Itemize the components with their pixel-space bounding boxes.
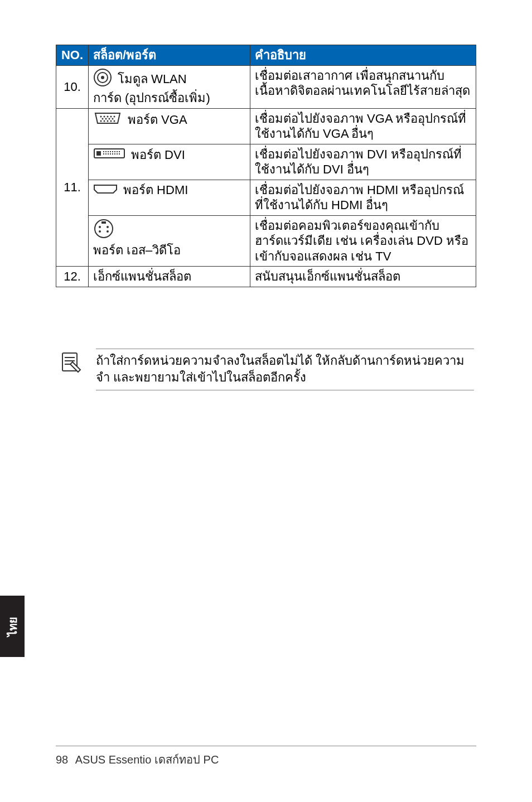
page-footer: 98 ASUS Essentio เดสก์ทอป PC bbox=[56, 746, 476, 769]
dvi-label: พอร์ต DVI bbox=[131, 147, 185, 163]
svg-rect-29 bbox=[108, 153, 109, 154]
table-row: พอร์ต เอส–วิดีโอ เชื่อมต่อคอมพิวเตอร์ของ… bbox=[56, 215, 476, 267]
svg-point-40 bbox=[107, 230, 109, 233]
svg-rect-36 bbox=[101, 221, 106, 224]
svg-point-15 bbox=[110, 120, 112, 122]
row-slot: พอร์ต VGA bbox=[89, 108, 250, 144]
row-slot: พอร์ต DVI bbox=[89, 144, 250, 180]
wlan-label-line1: โมดูล WLAN bbox=[118, 71, 187, 87]
table-row: 10. โมดูล WLAN การ์ด (อุปกรณ์ซื้อเพิ่ม) bbox=[56, 65, 476, 108]
page-number: 98 bbox=[56, 753, 68, 766]
wlan-antenna-icon bbox=[93, 68, 112, 91]
row-desc: เชื่อมต่อเสาอากาศ เพื่อสนุกสนานกับเนื้อห… bbox=[250, 65, 476, 108]
svg-rect-33 bbox=[117, 153, 118, 154]
svg-rect-30 bbox=[110, 153, 111, 154]
row-desc: สนับสนุนเอ็กซ์แพนชั่นสล็อต bbox=[250, 267, 476, 287]
dvi-port-icon bbox=[93, 147, 125, 164]
hdmi-port-icon bbox=[93, 182, 118, 198]
hdmi-label: พอร์ต HDMI bbox=[123, 182, 188, 198]
row-no: 11. bbox=[56, 108, 89, 267]
svg-point-10 bbox=[109, 118, 110, 119]
row-slot: พอร์ต เอส–วิดีโอ bbox=[89, 215, 250, 267]
svg-rect-28 bbox=[105, 153, 107, 154]
note-text: ถ้าใส่การ์ดหน่วยความจำลงในสล็อตไม่ได้ ให… bbox=[96, 349, 474, 391]
svg-point-13 bbox=[104, 120, 105, 122]
svg-rect-34 bbox=[119, 153, 120, 154]
table-row: พอร์ต DVI เชื่อมต่อไปยังจอภาพ DVI หรืออุ… bbox=[56, 144, 476, 180]
svg-point-11 bbox=[112, 118, 114, 119]
row-no: 12. bbox=[56, 267, 89, 287]
svg-rect-20 bbox=[105, 151, 107, 152]
header-slot: สล็อต/พอร์ต bbox=[89, 45, 250, 66]
header-no: NO. bbox=[56, 45, 89, 66]
svg-point-6 bbox=[110, 115, 112, 117]
svg-rect-27 bbox=[103, 153, 104, 154]
table-row: 11. พอร์ต VGA เช bbox=[56, 108, 476, 144]
svg-rect-31 bbox=[112, 153, 113, 154]
svg-point-7 bbox=[114, 115, 115, 117]
svg-point-2 bbox=[101, 76, 104, 79]
svg-point-4 bbox=[104, 115, 105, 117]
row-slot: โมดูล WLAN การ์ด (อุปกรณ์ซื้อเพิ่ม) bbox=[89, 65, 250, 108]
svideo-label: พอร์ต เอส–วิดีโอ bbox=[93, 243, 245, 258]
svideo-port-icon bbox=[93, 228, 114, 242]
svg-point-39 bbox=[99, 230, 101, 233]
row-desc: เชื่อมต่อไปยังจอภาพ HDMI หรืออุปกรณ์ที่ใ… bbox=[250, 180, 476, 215]
vga-label: พอร์ต VGA bbox=[128, 112, 187, 128]
row-slot: เอ็กซ์แพนชั่นสล็อต bbox=[89, 267, 250, 287]
language-tab: ไทย bbox=[0, 596, 25, 657]
svg-rect-23 bbox=[112, 151, 113, 152]
ports-table: NO. สล็อต/พอร์ต คำอธิบาย 10. bbox=[56, 45, 476, 287]
svg-point-37 bbox=[99, 226, 101, 228]
svg-rect-24 bbox=[114, 151, 115, 152]
table-row: 12. เอ็กซ์แพนชั่นสล็อต สนับสนุนเอ็กซ์แพน… bbox=[56, 267, 476, 287]
vga-port-icon bbox=[93, 111, 122, 129]
svg-point-3 bbox=[100, 115, 102, 117]
svg-point-5 bbox=[107, 115, 109, 117]
svg-point-12 bbox=[100, 120, 102, 122]
svg-rect-25 bbox=[117, 151, 118, 152]
row-desc: เชื่อมต่อไปยังจอภาพ DVI หรืออุปกรณ์ที่ใช… bbox=[250, 144, 476, 180]
row-desc: เชื่อมต่อไปยังจอภาพ VGA หรืออุปกรณ์ที่ใช… bbox=[250, 108, 476, 144]
svg-rect-22 bbox=[110, 151, 111, 152]
language-label: ไทย bbox=[3, 617, 21, 636]
header-desc: คำอธิบาย bbox=[250, 45, 476, 66]
table-row: พอร์ต HDMI เชื่อมต่อไปยังจอภาพ HDMI หรือ… bbox=[56, 180, 476, 215]
note-icon bbox=[58, 350, 83, 376]
svg-point-14 bbox=[107, 120, 109, 122]
svg-rect-21 bbox=[108, 151, 109, 152]
footer-title: ASUS Essentio เดสก์ทอป PC bbox=[75, 753, 219, 766]
svg-point-8 bbox=[102, 118, 104, 119]
row-no: 10. bbox=[56, 65, 89, 108]
svg-point-38 bbox=[107, 226, 109, 228]
row-desc: เชื่อมต่อคอมพิวเตอร์ของคุณเข้ากับฮาร์ดแว… bbox=[250, 215, 476, 267]
svg-rect-18 bbox=[96, 151, 101, 156]
row-slot: พอร์ต HDMI bbox=[89, 180, 250, 215]
svg-point-9 bbox=[105, 118, 107, 119]
note-block: ถ้าใส่การ์ดหน่วยความจำลงในสล็อตไม่ได้ ให… bbox=[56, 349, 476, 391]
wlan-label-line2: การ์ด (อุปกรณ์ซื้อเพิ่ม) bbox=[93, 90, 245, 106]
svg-rect-32 bbox=[114, 153, 115, 154]
svg-rect-19 bbox=[103, 151, 104, 152]
svg-rect-26 bbox=[119, 151, 120, 152]
svg-point-16 bbox=[114, 120, 115, 122]
expansion-label: เอ็กซ์แพนชั่นสล็อต bbox=[93, 269, 191, 283]
